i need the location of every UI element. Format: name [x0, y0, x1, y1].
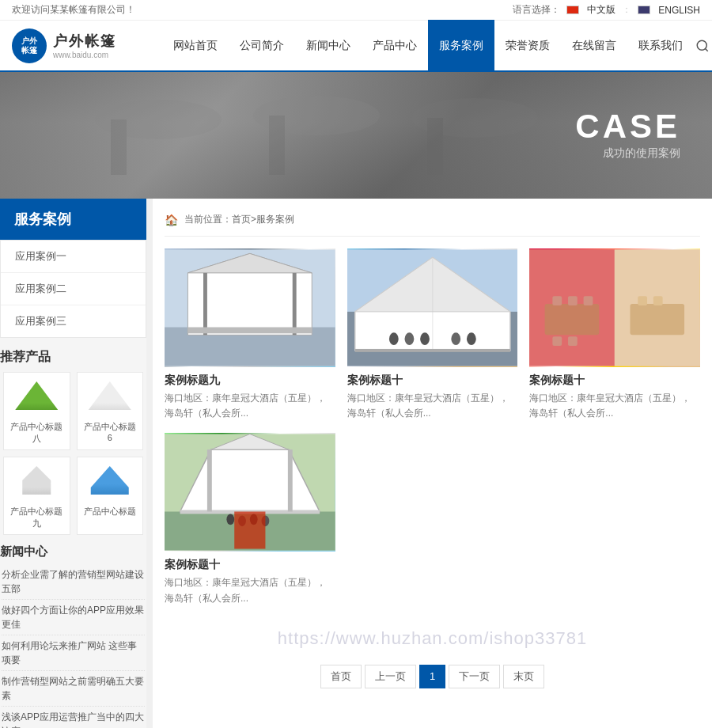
case-title-4: 案例标题十: [165, 552, 335, 575]
nav-contact[interactable]: 联系我们: [627, 20, 694, 71]
sidebar-item-case3[interactable]: 应用案例三: [1, 305, 146, 337]
logo-title: 户外帐篷: [53, 32, 116, 51]
sidebar-item-case2[interactable]: 应用案例二: [1, 273, 146, 305]
logo: 户外帐篷 户外帐篷 www.baidu.com: [12, 28, 138, 63]
case-item-4[interactable]: 案例标题十 海口地区：康年皇冠大酒店（五星），海岛轩（私人会所...: [165, 433, 335, 605]
svg-rect-7: [427, 118, 443, 175]
page-last[interactable]: 末页: [503, 665, 544, 688]
lang-prompt: 语言选择：: [513, 3, 560, 17]
product-item-4[interactable]: 产品中心标题: [77, 457, 144, 535]
news-item-1[interactable]: 分析企业需了解的营销型网站建设五部: [2, 564, 145, 600]
nav-honor[interactable]: 荣誉资质: [494, 20, 561, 71]
logo-icon-text: 户外帐篷: [21, 36, 37, 55]
en-lang-link[interactable]: ENGLISH: [658, 5, 700, 16]
page-first[interactable]: 首页: [320, 665, 362, 688]
cn-flag: [566, 6, 579, 14]
product-label-1: 产品中心标题八: [9, 421, 65, 445]
hero-content: CASE 成功的使用案例: [575, 110, 712, 161]
nav-cases[interactable]: 服务案例: [428, 20, 494, 71]
page-next[interactable]: 下一页: [449, 665, 500, 688]
case-image-svg-2: [347, 248, 518, 367]
svg-rect-33: [553, 336, 562, 346]
nav-about[interactable]: 公司简介: [229, 20, 295, 71]
product-thumb-1: [13, 381, 60, 417]
svg-rect-34: [568, 336, 578, 346]
top-bar: 欢迎访问某某帐篷有限公司！ 语言选择： 中文版 ： ENGLISH: [0, 0, 712, 21]
news-item-4[interactable]: 制作营销型网站之前需明确五大要素: [2, 671, 145, 707]
svg-rect-6: [269, 116, 285, 175]
lang-separator: ：: [622, 3, 631, 17]
svg-rect-31: [568, 296, 578, 305]
case-item-1[interactable]: 案例标题九 海口地区：康年皇冠大酒店（五星），海岛轩（私人会所...: [165, 248, 335, 421]
us-flag: [638, 6, 650, 14]
svg-rect-5: [111, 119, 127, 175]
product-label-3: 产品中心标题九: [9, 506, 65, 529]
product-label-4: 产品中心标题: [82, 506, 138, 518]
search-button[interactable]: [694, 37, 711, 55]
breadcrumb: 🏠 当前位置：首页>服务案例: [165, 207, 700, 237]
nav-home[interactable]: 网站首页: [162, 20, 229, 71]
case-desc-2: 海口地区：康年皇冠大酒店（五星），海岛轩（私人会所...: [347, 391, 518, 421]
svg-rect-37: [653, 296, 663, 305]
svg-rect-13: [293, 273, 297, 335]
svg-rect-30: [553, 296, 562, 305]
nav-products[interactable]: 产品中心: [362, 20, 428, 71]
news-item-5[interactable]: 浅谈APP应用运营推广当中的四大诀窍: [2, 707, 145, 728]
svg-rect-44: [288, 449, 293, 511]
case-grid-row2: 案例标题十 海口地区：康年皇冠大酒店（五星），海岛轩（私人会所...: [165, 433, 700, 605]
nav-news[interactable]: 新闻中心: [295, 20, 362, 71]
svg-rect-35: [631, 304, 685, 335]
svg-point-21: [389, 332, 399, 345]
hero-case-sub: 成功的使用案例: [575, 146, 680, 161]
lang-selector: 语言选择： 中文版 ： ENGLISH: [513, 3, 700, 17]
svg-rect-43: [207, 449, 212, 511]
header: 户外帐篷 户外帐篷 www.baidu.com 网站首页 公司简介 新闻中心 产…: [0, 21, 712, 72]
sidebar: 服务案例 应用案例一 应用案例二 应用案例三 推荐产品 产品中心标题八 产品中心…: [0, 199, 146, 728]
product-thumb-3: [13, 466, 60, 502]
sidebar-products: 产品中心标题八 产品中心标题6 产品中心标题九 产品中心标题: [0, 372, 146, 535]
watermark: https://www.huzhan.com/ishop33781: [165, 622, 700, 655]
product-item-1[interactable]: 产品中心标题八: [3, 372, 70, 450]
svg-rect-20: [354, 349, 509, 352]
svg-point-22: [404, 332, 414, 345]
product-label-2: 产品中心标题6: [82, 421, 138, 442]
case-title-2: 案例标题十: [347, 367, 518, 391]
pagination: 首页 上一页 1 下一页 末页: [165, 655, 700, 695]
case-image-3: [529, 248, 700, 367]
sidebar-menu: 应用案例一 应用案例二 应用案例三: [0, 240, 146, 338]
case-image-svg-3: [529, 248, 700, 367]
case-item-2[interactable]: 案例标题十 海口地区：康年皇冠大酒店（五星），海岛轩（私人会所...: [347, 248, 518, 421]
main-nav: 网站首页 公司简介 新闻中心 产品中心 服务案例 荣誉资质 在线留言 联系我们 …: [162, 20, 712, 71]
sidebar-item-case1[interactable]: 应用案例一: [1, 241, 146, 273]
sidebar-news: 分析企业需了解的营销型网站建设五部 做好四个方面让你的APP应用效果更佳 如何利…: [0, 564, 146, 728]
main-container: 服务案例 应用案例一 应用案例二 应用案例三 推荐产品 产品中心标题八 产品中心…: [0, 199, 712, 728]
case-image-1: [165, 248, 335, 367]
page-current[interactable]: 1: [419, 665, 445, 688]
product-item-2[interactable]: 产品中心标题6: [77, 372, 144, 450]
svg-point-24: [451, 332, 460, 345]
svg-point-25: [467, 332, 476, 345]
logo-text: 户外帐篷 www.baidu.com: [53, 32, 116, 59]
breadcrumb-home-icon: 🏠: [165, 214, 178, 226]
svg-point-45: [226, 514, 234, 525]
svg-rect-12: [203, 273, 207, 335]
page-prev[interactable]: 上一页: [365, 665, 416, 688]
case-item-3[interactable]: 案例标题十 海口地区：康年皇冠大酒店（五星），海岛轩（私人会所...: [529, 248, 700, 421]
product-item-3[interactable]: 产品中心标题九: [3, 457, 70, 535]
welcome-text: 欢迎访问某某帐篷有限公司！: [12, 3, 135, 17]
case-image-4: [165, 433, 335, 552]
content-area: 🏠 当前位置：首页>服务案例 案例标题九: [153, 199, 712, 728]
svg-point-0: [697, 40, 706, 50]
hero-banner: CASE 成功的使用案例: [0, 72, 712, 199]
news-item-3[interactable]: 如何利用论坛来推广网站 这些事项要: [2, 635, 145, 671]
cn-lang-link[interactable]: 中文版: [587, 3, 615, 17]
news-item-2[interactable]: 做好四个方面让你的APP应用效果更佳: [2, 600, 145, 635]
case-image-svg-1: [165, 248, 335, 367]
products-section-title: 推荐产品: [0, 338, 146, 372]
hero-case-label: CASE: [575, 110, 680, 143]
case-grid-row1: 案例标题九 海口地区：康年皇冠大酒店（五星），海岛轩（私人会所...: [165, 248, 700, 421]
sidebar-header: 服务案例: [0, 199, 146, 240]
news-section-title: 新闻中心: [0, 535, 146, 564]
svg-rect-49: [234, 512, 265, 549]
nav-message[interactable]: 在线留言: [561, 20, 627, 71]
